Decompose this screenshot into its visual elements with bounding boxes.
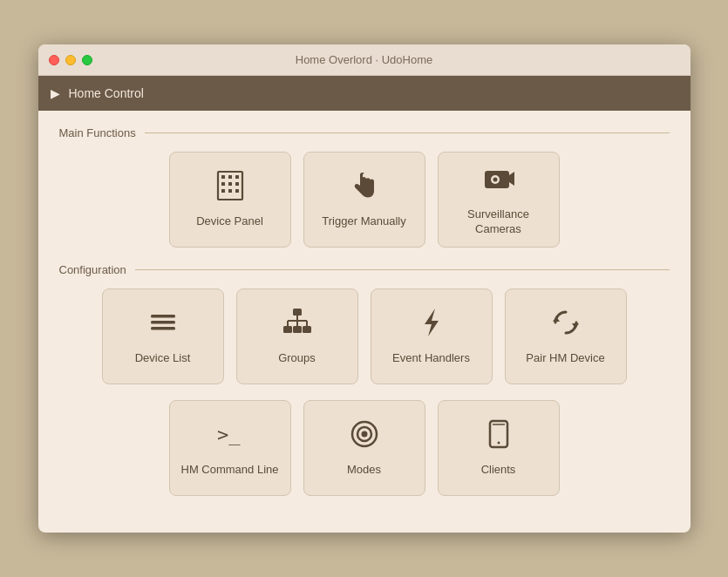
traffic-lights (49, 55, 92, 65)
config-cards-row2: >_ HM Command Line Modes (59, 400, 670, 496)
main-window: Home Overlord · UdoHome ▶ Home Control M… (38, 44, 691, 533)
svg-rect-9 (235, 189, 239, 193)
event-handlers-label: Event Handlers (392, 351, 470, 366)
sync-icon (550, 307, 582, 343)
svg-marker-28 (572, 323, 579, 329)
play-icon: ▶ (51, 86, 60, 100)
event-handlers-card[interactable]: Event Handlers (371, 288, 493, 384)
device-list-card[interactable]: Device List (102, 288, 224, 384)
titlebar: Home Overlord · UdoHome (38, 44, 691, 76)
svg-point-32 (361, 431, 367, 438)
svg-marker-26 (425, 309, 439, 336)
groups-card[interactable]: Groups (236, 288, 358, 384)
svg-rect-14 (151, 315, 175, 318)
tablet-icon (483, 418, 514, 454)
configuration-header: Configuration (59, 263, 670, 276)
modes-label: Modes (347, 463, 381, 478)
hm-command-line-label: HM Command Line (181, 463, 279, 478)
svg-marker-11 (509, 172, 514, 186)
svg-rect-3 (235, 175, 239, 179)
svg-rect-15 (151, 321, 175, 324)
building-icon (214, 170, 246, 206)
target-icon (349, 418, 380, 454)
window-title: Home Overlord · UdoHome (296, 53, 433, 66)
camera-icon (483, 163, 514, 199)
svg-rect-2 (228, 175, 232, 179)
svg-text:>_: >_ (217, 424, 241, 445)
close-button[interactable] (49, 55, 59, 65)
svg-rect-8 (228, 189, 232, 193)
toolbar-title: Home Control (69, 86, 144, 100)
hm-command-line-card[interactable]: >_ HM Command Line (169, 400, 291, 496)
svg-rect-4 (221, 182, 225, 186)
svg-rect-20 (303, 326, 311, 333)
device-panel-label: Device Panel (196, 214, 263, 229)
terminal-icon: >_ (214, 418, 246, 454)
trigger-manually-card[interactable]: Trigger Manually (303, 152, 425, 248)
svg-rect-1 (221, 175, 225, 179)
pair-hm-device-label: Pair HM Device (526, 351, 604, 366)
groups-label: Groups (278, 351, 316, 366)
clients-card[interactable]: Clients (438, 400, 560, 496)
svg-rect-18 (283, 326, 292, 333)
clients-label: Clients (481, 463, 516, 478)
device-list-label: Device List (135, 351, 191, 366)
hand-icon (349, 170, 380, 206)
main-functions-cards: Device Panel Trigger Manually (59, 152, 670, 248)
svg-marker-27 (553, 316, 560, 322)
pair-hm-device-card[interactable]: Pair HM Device (505, 288, 627, 384)
modes-card[interactable]: Modes (303, 400, 425, 496)
content-area: Main Functions (38, 111, 691, 533)
main-functions-header: Main Functions (59, 126, 670, 139)
trigger-manually-label: Trigger Manually (322, 214, 405, 229)
main-functions-label: Main Functions (59, 126, 136, 139)
toolbar: ▶ Home Control (38, 76, 691, 111)
surveillance-cameras-label: SurveillanceCameras (467, 207, 529, 237)
main-functions-divider (145, 132, 670, 133)
bolt-icon (416, 307, 447, 343)
svg-rect-19 (293, 326, 302, 333)
svg-rect-17 (293, 309, 302, 316)
configuration-label: Configuration (59, 263, 126, 276)
minimize-button[interactable] (65, 55, 76, 65)
svg-point-13 (493, 177, 497, 181)
svg-rect-5 (228, 182, 232, 186)
svg-rect-16 (151, 327, 175, 330)
svg-point-34 (497, 442, 500, 445)
svg-rect-6 (235, 182, 239, 186)
configuration-section: Configuration Device List (59, 263, 670, 496)
configuration-divider (135, 269, 670, 270)
hierarchy-icon (282, 307, 313, 343)
device-panel-card[interactable]: Device Panel (169, 152, 291, 248)
svg-rect-7 (221, 189, 225, 193)
list-icon (147, 307, 179, 343)
maximize-button[interactable] (82, 55, 92, 65)
config-cards-row1: Device List (59, 288, 670, 384)
surveillance-cameras-card[interactable]: SurveillanceCameras (438, 152, 560, 248)
